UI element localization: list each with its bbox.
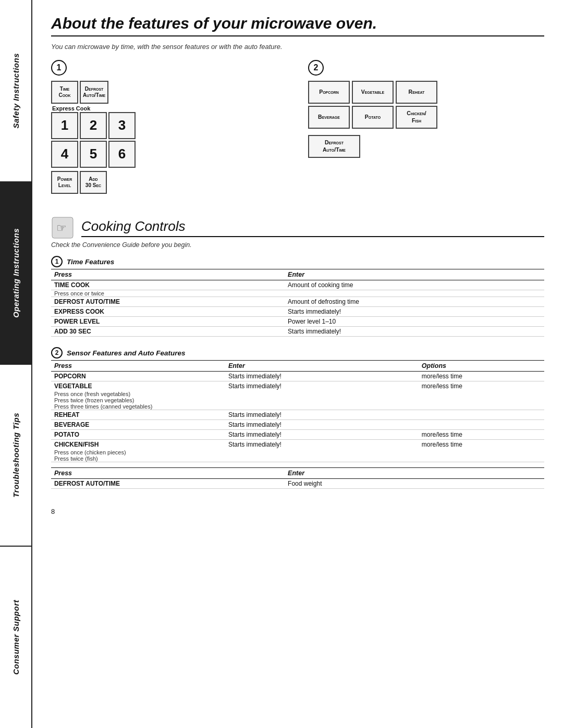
circle-1: 1 <box>51 60 67 76</box>
add-30-sec-button[interactable]: Add30 Sec <box>80 171 107 194</box>
press-cell: DEFROST AUTO/TIME <box>51 297 285 307</box>
options-cell: more/less time <box>419 381 544 391</box>
sidebar-section-operating[interactable]: Operating Instructions <box>0 182 31 365</box>
table-row: DEFROST AUTO/TIMEFood weight <box>51 479 544 489</box>
table-row: DEFROST AUTO/TIMEAmount of defrosting ti… <box>51 297 544 307</box>
press-cell: ADD 30 SEC <box>51 327 285 337</box>
page-title: About the features of your microwave ove… <box>51 15 544 36</box>
sub-cell: Press once (fresh vegetables) <box>51 391 544 397</box>
table-row: Press twice (fish) <box>51 455 544 462</box>
press-cell: VEGETABLE <box>51 381 225 391</box>
press-cell: TIME COOK <box>51 280 285 290</box>
options-cell: more/less time <box>419 430 544 440</box>
sensor-features-title: Sensor Features and Auto Features <box>67 349 186 357</box>
sensor-features-block: 2 Sensor Features and Auto Features Pres… <box>51 347 544 489</box>
num-5-button[interactable]: 5 <box>80 141 107 168</box>
options-cell <box>419 420 544 430</box>
sensor-row-2: Beverage Potato Chicken/Fish <box>308 106 437 129</box>
options-cell <box>419 410 544 420</box>
press-cell: POTATO <box>51 430 225 440</box>
sensor-features-title-row: 2 Sensor Features and Auto Features <box>51 347 544 359</box>
defrost-auto-time-button-right[interactable]: DefrostAuto/Time <box>308 135 360 158</box>
svg-text:☞: ☞ <box>56 221 67 235</box>
press-cell: POWER LEVEL <box>51 317 285 327</box>
section-subtitle: Check the Convenience Guide before you b… <box>51 241 544 249</box>
chicken-fish-button[interactable]: Chicken/Fish <box>396 106 437 129</box>
table-row: Press once (fresh vegetables) <box>51 391 544 397</box>
enter-cell: Power level 1–10 <box>285 317 544 327</box>
top-button-row: TimeCook DefrostAuto/Time <box>51 81 108 104</box>
table-row: Press once or twice <box>51 290 544 297</box>
hand-icon: ☞ <box>51 216 74 239</box>
options-cell: more/less time <box>419 440 544 450</box>
press-cell: CHICKEN/FISH <box>51 440 225 450</box>
th-press-2: Press <box>51 361 225 372</box>
sub-cell: Press twice (frozen vegetables) <box>51 397 544 403</box>
num-4-button[interactable]: 4 <box>51 141 78 168</box>
time-cook-label: TimeCook <box>58 86 70 98</box>
defrost-auto-time-label-left: DefrostAuto/Time <box>83 86 105 98</box>
reheat-button[interactable]: Reheat <box>396 81 437 104</box>
diagram-left: 1 TimeCook DefrostAuto/Time Express Cook… <box>51 60 298 195</box>
options-cell: more/less time <box>419 372 544 381</box>
vegetable-button[interactable]: Vegetable <box>352 81 394 104</box>
enter-cell: Starts immediately! <box>225 381 419 391</box>
potato-button[interactable]: Potato <box>352 106 394 129</box>
cooking-controls-section: ☞ Cooking Controls Check the Convenience… <box>51 216 544 499</box>
enter-cell: Starts immediately! <box>285 327 544 337</box>
diagram-right: 2 Popcorn Vegetable Reheat Beverage Pota… <box>298 60 544 195</box>
num-3-button[interactable]: 3 <box>108 112 136 139</box>
th-options: Options <box>419 361 544 372</box>
sub-cell: Press once or twice <box>51 290 544 297</box>
sidebar: Safety Instructions Operating Instructio… <box>0 0 32 728</box>
sub-cell: Press three times (canned vegetables) <box>51 403 544 410</box>
power-level-button[interactable]: PowerLevel <box>51 171 78 194</box>
section-header: ☞ Cooking Controls <box>51 216 544 239</box>
time-features-title-row: 1 Time Features <box>51 256 544 267</box>
table-row: VEGETABLEStarts immediately!more/less ti… <box>51 381 544 391</box>
power-level-label: PowerLevel <box>57 176 72 189</box>
defrost-auto-time-button-left[interactable]: DefrostAuto/Time <box>80 81 108 104</box>
num-6-button[interactable]: 6 <box>108 141 136 168</box>
table-row: BEVERAGEStarts immediately! <box>51 420 544 430</box>
sensor-row-1: Popcorn Vegetable Reheat <box>308 81 437 104</box>
numpad-row-2: 4 5 6 <box>51 141 136 168</box>
press-cell: POPCORN <box>51 372 225 381</box>
th-enter-1: Enter <box>285 269 544 280</box>
popcorn-button[interactable]: Popcorn <box>308 81 350 104</box>
enter-cell: Amount of defrosting time <box>285 297 544 307</box>
press-cell: BEVERAGE <box>51 420 225 430</box>
sub-cell: Press once (chicken pieces) <box>51 449 544 455</box>
time-cook-button[interactable]: TimeCook <box>51 81 78 104</box>
press-cell: DEFROST AUTO/TIME <box>51 479 285 489</box>
th-press-footer: Press <box>51 468 285 479</box>
enter-cell: Starts immediately! <box>225 372 419 381</box>
table-row: CHICKEN/FISHStarts immediately!more/less… <box>51 440 544 450</box>
table-row: ADD 30 SECStarts immediately! <box>51 327 544 337</box>
express-cook-label: Express Cook <box>52 105 90 112</box>
press-cell: EXPRESS COOK <box>51 307 285 317</box>
table-row: POWER LEVELPower level 1–10 <box>51 317 544 327</box>
beverage-button[interactable]: Beverage <box>308 106 350 129</box>
sidebar-label-safety: Safety Instructions <box>11 53 20 129</box>
circle-2: 2 <box>308 60 324 76</box>
th-press-1: Press <box>51 269 285 280</box>
sensor-row-3: DefrostAuto/Time <box>308 135 360 158</box>
sidebar-section-safety[interactable]: Safety Instructions <box>0 0 31 182</box>
controls-diagram: 1 TimeCook DefrostAuto/Time Express Cook… <box>51 60 544 195</box>
num-1-button[interactable]: 1 <box>51 112 78 139</box>
table-row: Press twice (frozen vegetables) <box>51 397 544 403</box>
sidebar-label-troubleshooting: Troubleshooting Tips <box>11 413 20 498</box>
time-features-title: Time Features <box>67 258 114 266</box>
enter-cell: Starts immediately! <box>225 420 419 430</box>
num-2-button[interactable]: 2 <box>80 112 107 139</box>
main-content: About the features of your microwave ove… <box>32 0 563 728</box>
enter-cell: Food weight <box>285 479 544 489</box>
table-row: POPCORNStarts immediately!more/less time <box>51 372 544 381</box>
sidebar-section-troubleshooting[interactable]: Troubleshooting Tips <box>0 365 31 547</box>
sidebar-section-consumer[interactable]: Consumer Support <box>0 547 31 728</box>
table-row: TIME COOKAmount of cooking time <box>51 280 544 290</box>
sidebar-label-consumer: Consumer Support <box>11 600 20 675</box>
bottom-button-row: PowerLevel Add30 Sec <box>51 171 107 194</box>
enter-cell: Amount of cooking time <box>285 280 544 290</box>
